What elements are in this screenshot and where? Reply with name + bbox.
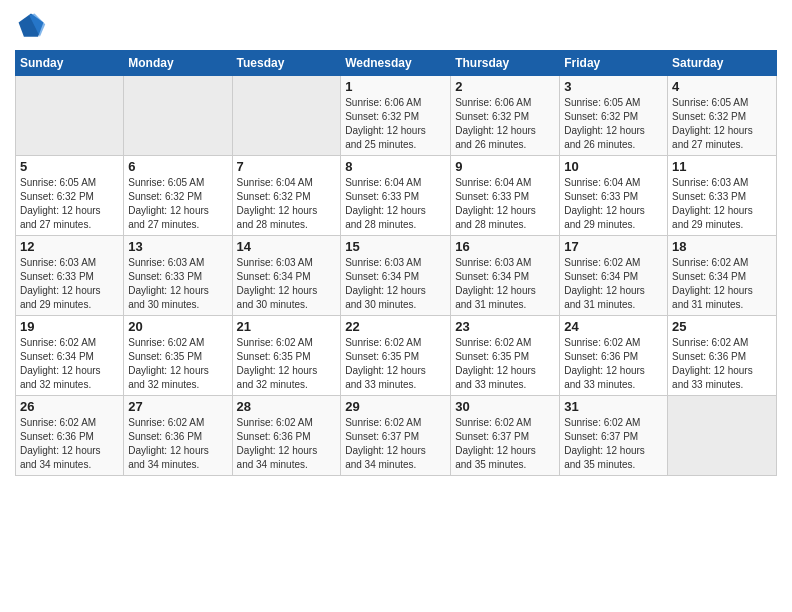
day-number: 19 — [20, 319, 119, 334]
calendar-cell: 13Sunrise: 6:03 AM Sunset: 6:33 PM Dayli… — [124, 236, 232, 316]
day-info: Sunrise: 6:03 AM Sunset: 6:33 PM Dayligh… — [128, 256, 227, 312]
calendar-header: SundayMondayTuesdayWednesdayThursdayFrid… — [16, 51, 777, 76]
day-number: 4 — [672, 79, 772, 94]
day-number: 25 — [672, 319, 772, 334]
day-number: 18 — [672, 239, 772, 254]
day-info: Sunrise: 6:06 AM Sunset: 6:32 PM Dayligh… — [345, 96, 446, 152]
day-number: 11 — [672, 159, 772, 174]
day-info: Sunrise: 6:05 AM Sunset: 6:32 PM Dayligh… — [564, 96, 663, 152]
day-info: Sunrise: 6:03 AM Sunset: 6:33 PM Dayligh… — [672, 176, 772, 232]
calendar-cell: 24Sunrise: 6:02 AM Sunset: 6:36 PM Dayli… — [560, 316, 668, 396]
day-number: 28 — [237, 399, 337, 414]
calendar-cell: 14Sunrise: 6:03 AM Sunset: 6:34 PM Dayli… — [232, 236, 341, 316]
day-info: Sunrise: 6:02 AM Sunset: 6:35 PM Dayligh… — [237, 336, 337, 392]
calendar-cell: 11Sunrise: 6:03 AM Sunset: 6:33 PM Dayli… — [668, 156, 777, 236]
calendar-cell: 7Sunrise: 6:04 AM Sunset: 6:32 PM Daylig… — [232, 156, 341, 236]
calendar-cell — [232, 76, 341, 156]
header — [15, 10, 777, 42]
day-number: 31 — [564, 399, 663, 414]
calendar-cell — [668, 396, 777, 476]
calendar-cell: 26Sunrise: 6:02 AM Sunset: 6:36 PM Dayli… — [16, 396, 124, 476]
calendar-cell: 23Sunrise: 6:02 AM Sunset: 6:35 PM Dayli… — [451, 316, 560, 396]
day-info: Sunrise: 6:04 AM Sunset: 6:33 PM Dayligh… — [345, 176, 446, 232]
calendar-cell: 15Sunrise: 6:03 AM Sunset: 6:34 PM Dayli… — [341, 236, 451, 316]
day-number: 5 — [20, 159, 119, 174]
day-info: Sunrise: 6:05 AM Sunset: 6:32 PM Dayligh… — [128, 176, 227, 232]
calendar-week-row: 12Sunrise: 6:03 AM Sunset: 6:33 PM Dayli… — [16, 236, 777, 316]
weekday-header: Thursday — [451, 51, 560, 76]
calendar-cell: 1Sunrise: 6:06 AM Sunset: 6:32 PM Daylig… — [341, 76, 451, 156]
day-number: 2 — [455, 79, 555, 94]
day-info: Sunrise: 6:05 AM Sunset: 6:32 PM Dayligh… — [672, 96, 772, 152]
day-number: 16 — [455, 239, 555, 254]
calendar-week-row: 19Sunrise: 6:02 AM Sunset: 6:34 PM Dayli… — [16, 316, 777, 396]
calendar-cell — [124, 76, 232, 156]
calendar-cell: 4Sunrise: 6:05 AM Sunset: 6:32 PM Daylig… — [668, 76, 777, 156]
calendar-week-row: 1Sunrise: 6:06 AM Sunset: 6:32 PM Daylig… — [16, 76, 777, 156]
calendar-cell: 12Sunrise: 6:03 AM Sunset: 6:33 PM Dayli… — [16, 236, 124, 316]
weekday-header: Sunday — [16, 51, 124, 76]
day-info: Sunrise: 6:06 AM Sunset: 6:32 PM Dayligh… — [455, 96, 555, 152]
day-number: 26 — [20, 399, 119, 414]
day-info: Sunrise: 6:02 AM Sunset: 6:36 PM Dayligh… — [672, 336, 772, 392]
weekday-header: Friday — [560, 51, 668, 76]
calendar-week-row: 5Sunrise: 6:05 AM Sunset: 6:32 PM Daylig… — [16, 156, 777, 236]
day-number: 22 — [345, 319, 446, 334]
calendar-cell: 18Sunrise: 6:02 AM Sunset: 6:34 PM Dayli… — [668, 236, 777, 316]
day-info: Sunrise: 6:03 AM Sunset: 6:34 PM Dayligh… — [237, 256, 337, 312]
calendar-cell: 9Sunrise: 6:04 AM Sunset: 6:33 PM Daylig… — [451, 156, 560, 236]
day-info: Sunrise: 6:02 AM Sunset: 6:37 PM Dayligh… — [564, 416, 663, 472]
day-info: Sunrise: 6:03 AM Sunset: 6:34 PM Dayligh… — [455, 256, 555, 312]
calendar-cell: 29Sunrise: 6:02 AM Sunset: 6:37 PM Dayli… — [341, 396, 451, 476]
calendar-cell: 8Sunrise: 6:04 AM Sunset: 6:33 PM Daylig… — [341, 156, 451, 236]
calendar-cell: 22Sunrise: 6:02 AM Sunset: 6:35 PM Dayli… — [341, 316, 451, 396]
day-number: 21 — [237, 319, 337, 334]
day-info: Sunrise: 6:02 AM Sunset: 6:36 PM Dayligh… — [237, 416, 337, 472]
day-number: 9 — [455, 159, 555, 174]
weekday-header: Tuesday — [232, 51, 341, 76]
calendar-cell: 19Sunrise: 6:02 AM Sunset: 6:34 PM Dayli… — [16, 316, 124, 396]
day-info: Sunrise: 6:02 AM Sunset: 6:34 PM Dayligh… — [564, 256, 663, 312]
day-info: Sunrise: 6:04 AM Sunset: 6:33 PM Dayligh… — [455, 176, 555, 232]
calendar-cell: 27Sunrise: 6:02 AM Sunset: 6:36 PM Dayli… — [124, 396, 232, 476]
weekday-header: Wednesday — [341, 51, 451, 76]
calendar-cell: 6Sunrise: 6:05 AM Sunset: 6:32 PM Daylig… — [124, 156, 232, 236]
day-info: Sunrise: 6:02 AM Sunset: 6:36 PM Dayligh… — [564, 336, 663, 392]
calendar-container: SundayMondayTuesdayWednesdayThursdayFrid… — [0, 0, 792, 486]
day-number: 7 — [237, 159, 337, 174]
day-number: 3 — [564, 79, 663, 94]
calendar-cell: 16Sunrise: 6:03 AM Sunset: 6:34 PM Dayli… — [451, 236, 560, 316]
logo — [15, 10, 51, 42]
day-info: Sunrise: 6:03 AM Sunset: 6:33 PM Dayligh… — [20, 256, 119, 312]
calendar-cell: 3Sunrise: 6:05 AM Sunset: 6:32 PM Daylig… — [560, 76, 668, 156]
calendar-cell: 10Sunrise: 6:04 AM Sunset: 6:33 PM Dayli… — [560, 156, 668, 236]
day-number: 17 — [564, 239, 663, 254]
day-number: 8 — [345, 159, 446, 174]
day-number: 12 — [20, 239, 119, 254]
day-info: Sunrise: 6:02 AM Sunset: 6:35 PM Dayligh… — [128, 336, 227, 392]
calendar-cell: 17Sunrise: 6:02 AM Sunset: 6:34 PM Dayli… — [560, 236, 668, 316]
day-info: Sunrise: 6:02 AM Sunset: 6:35 PM Dayligh… — [455, 336, 555, 392]
day-number: 27 — [128, 399, 227, 414]
day-number: 1 — [345, 79, 446, 94]
calendar-cell: 2Sunrise: 6:06 AM Sunset: 6:32 PM Daylig… — [451, 76, 560, 156]
calendar-cell: 21Sunrise: 6:02 AM Sunset: 6:35 PM Dayli… — [232, 316, 341, 396]
day-number: 24 — [564, 319, 663, 334]
weekday-header: Saturday — [668, 51, 777, 76]
calendar-cell: 31Sunrise: 6:02 AM Sunset: 6:37 PM Dayli… — [560, 396, 668, 476]
day-info: Sunrise: 6:04 AM Sunset: 6:33 PM Dayligh… — [564, 176, 663, 232]
day-info: Sunrise: 6:04 AM Sunset: 6:32 PM Dayligh… — [237, 176, 337, 232]
day-info: Sunrise: 6:05 AM Sunset: 6:32 PM Dayligh… — [20, 176, 119, 232]
day-info: Sunrise: 6:02 AM Sunset: 6:34 PM Dayligh… — [672, 256, 772, 312]
day-number: 20 — [128, 319, 227, 334]
day-info: Sunrise: 6:02 AM Sunset: 6:37 PM Dayligh… — [345, 416, 446, 472]
day-info: Sunrise: 6:02 AM Sunset: 6:35 PM Dayligh… — [345, 336, 446, 392]
day-number: 14 — [237, 239, 337, 254]
day-info: Sunrise: 6:02 AM Sunset: 6:37 PM Dayligh… — [455, 416, 555, 472]
day-number: 10 — [564, 159, 663, 174]
day-number: 13 — [128, 239, 227, 254]
day-info: Sunrise: 6:02 AM Sunset: 6:34 PM Dayligh… — [20, 336, 119, 392]
day-number: 30 — [455, 399, 555, 414]
day-number: 15 — [345, 239, 446, 254]
day-number: 29 — [345, 399, 446, 414]
